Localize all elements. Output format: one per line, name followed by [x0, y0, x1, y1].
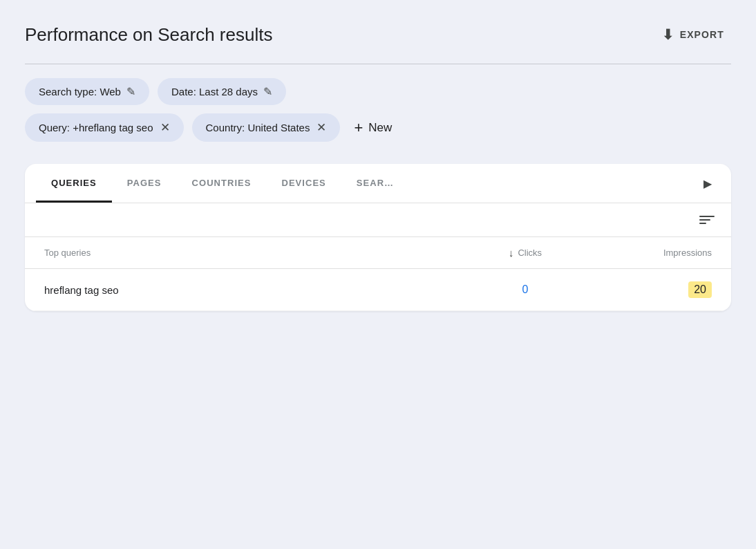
export-button[interactable]: ⬇ EXPORT [655, 22, 731, 47]
tab-queries-label: QUERIES [51, 178, 97, 188]
filter-chip-query[interactable]: Query: +hreflang tag seo ✕ [25, 113, 184, 142]
filters-section: Search type: Web ✎ Date: Last 28 days ✎ … [25, 78, 731, 142]
col-header-query: Top queries [44, 248, 463, 258]
filter-chip-date[interactable]: Date: Last 28 days ✎ [158, 78, 286, 105]
sort-line-1 [699, 216, 715, 217]
edit-icon-search-type: ✎ [126, 85, 135, 98]
header-row: Performance on Search results ⬇ EXPORT [25, 22, 731, 47]
filter-chip-country-label: Country: United States [206, 122, 310, 133]
table-header-row: Top queries ↓ Clicks Impressions [25, 237, 731, 269]
tabs-row: QUERIES PAGES COUNTRIES DEVICES SEAR… ▶ [25, 164, 731, 203]
filters-row-2: Query: +hreflang tag seo ✕ Country: Unit… [25, 113, 731, 142]
filter-chip-query-label: Query: +hreflang tag seo [39, 122, 153, 133]
sort-line-2 [699, 219, 710, 221]
col-clicks-label: Clicks [518, 248, 542, 258]
sort-arrow-icon: ↓ [509, 247, 514, 259]
tab-devices[interactable]: DEVICES [266, 164, 341, 203]
tab-search[interactable]: SEAR… [341, 164, 409, 203]
filter-chip-search-type-label: Search type: Web [39, 86, 121, 97]
tab-countries[interactable]: COUNTRIES [177, 164, 267, 203]
new-filter-label: New [368, 121, 392, 135]
filter-sort-row [25, 203, 731, 237]
plus-icon: + [354, 119, 363, 137]
main-card: QUERIES PAGES COUNTRIES DEVICES SEAR… ▶ [25, 164, 731, 311]
tab-pages-label: PAGES [127, 178, 162, 188]
tab-countries-label: COUNTRIES [192, 178, 252, 188]
filter-chip-search-type[interactable]: Search type: Web ✎ [25, 78, 149, 105]
tab-search-label: SEAR… [357, 178, 394, 188]
clicks-cell: 0 [463, 283, 587, 296]
new-filter-button[interactable]: + New [348, 116, 397, 140]
col-header-clicks[interactable]: ↓ Clicks [463, 247, 587, 259]
filter-chip-date-label: Date: Last 28 days [171, 86, 258, 97]
impressions-value: 20 [688, 281, 712, 298]
page-container: Performance on Search results ⬇ EXPORT S… [0, 0, 756, 333]
edit-icon-date: ✎ [263, 85, 272, 98]
tab-devices-label: DEVICES [281, 178, 325, 188]
close-icon-query[interactable]: ✕ [160, 120, 170, 135]
query-cell: hreflang tag seo [44, 284, 463, 296]
table-row: hreflang tag seo 0 20 [25, 269, 731, 311]
col-header-impressions: Impressions [587, 248, 712, 258]
export-icon: ⬇ [662, 26, 674, 43]
impressions-cell: 20 [587, 281, 712, 298]
tab-queries[interactable]: QUERIES [36, 164, 112, 203]
filters-row-1: Search type: Web ✎ Date: Last 28 days ✎ [25, 78, 731, 105]
tabs-more-button[interactable]: ▶ [695, 166, 720, 201]
filter-chip-country[interactable]: Country: United States ✕ [192, 113, 341, 142]
chevron-right-icon: ▶ [703, 177, 712, 190]
sort-line-3 [699, 223, 706, 224]
page-title: Performance on Search results [25, 24, 272, 46]
header-divider [25, 64, 731, 64]
close-icon-country[interactable]: ✕ [316, 120, 326, 135]
sort-filter-button[interactable] [697, 213, 717, 227]
export-label: EXPORT [680, 29, 724, 40]
tab-pages[interactable]: PAGES [112, 164, 177, 203]
